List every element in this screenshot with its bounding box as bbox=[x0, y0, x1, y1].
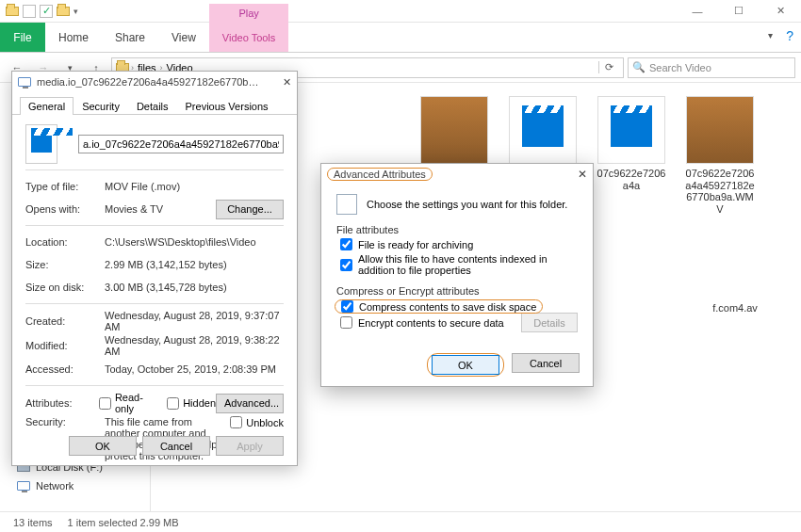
status-count: 13 items bbox=[13, 517, 53, 528]
share-tab[interactable]: Share bbox=[102, 23, 158, 52]
tab-general[interactable]: General bbox=[20, 97, 74, 115]
qat-button-3[interactable] bbox=[57, 7, 70, 16]
dialog-icon bbox=[18, 77, 31, 87]
size-value: 2.99 MB (3,142,152 bytes) bbox=[105, 259, 284, 270]
security-label: Security: bbox=[25, 416, 105, 427]
app-icon bbox=[6, 7, 19, 16]
attributes-label: Attributes: bbox=[25, 397, 99, 409]
close-icon[interactable]: ✕ bbox=[283, 76, 291, 89]
ok-button[interactable]: OK bbox=[432, 355, 499, 375]
title-bar: ✓ ▾ Video — ☐ ✕ bbox=[0, 0, 801, 23]
ok-button[interactable]: OK bbox=[69, 436, 137, 456]
video-icon bbox=[522, 113, 564, 147]
help-icon[interactable]: ? bbox=[786, 28, 793, 43]
status-bar: 13 items 1 item selected 2.99 MB bbox=[0, 511, 801, 532]
size-on-disk-value: 3.00 MB (3,145,728 bytes) bbox=[105, 282, 284, 293]
cancel-button[interactable]: Cancel bbox=[512, 353, 580, 373]
file-item[interactable]: 07c9622e7206a4a45927182e6770ba9a.WMV bbox=[684, 96, 756, 216]
file-type-icon bbox=[25, 124, 57, 164]
close-icon[interactable]: ✕ bbox=[578, 168, 587, 181]
checkbox-label: File is ready for archiving bbox=[358, 239, 473, 250]
checkbox-label: Compress contents to save disk space bbox=[359, 301, 536, 313]
group-file-attributes: File attributes bbox=[336, 224, 578, 235]
details-button[interactable]: Details bbox=[521, 313, 578, 332]
cancel-button[interactable]: Cancel bbox=[142, 436, 210, 456]
apply-button[interactable]: Apply bbox=[216, 436, 284, 456]
ribbon: File Home Share View Play Video Tools ▾ … bbox=[0, 23, 801, 53]
compress-checkbox[interactable]: Compress contents to save disk space bbox=[340, 299, 578, 314]
folder-settings-icon bbox=[336, 194, 357, 215]
modified-value: Wednesday, August 28, 2019, 9:38:22 AM bbox=[105, 334, 284, 357]
opens-with: Movies & TV bbox=[105, 203, 216, 215]
accessed-value: Today, October 25, 2019, 2:08:39 PM bbox=[105, 363, 284, 375]
video-tools-tab[interactable]: Play Video Tools bbox=[209, 23, 288, 52]
checkbox-label: Hidden bbox=[183, 397, 216, 409]
sidebar-item-network[interactable]: Network bbox=[17, 476, 150, 495]
unblock-checkbox[interactable]: Unblock bbox=[230, 416, 284, 428]
qat-dropdown-icon[interactable]: ▾ bbox=[74, 7, 78, 16]
dialog-lead: Choose the settings you want for this fo… bbox=[367, 199, 567, 210]
advanced-button[interactable]: Advanced... bbox=[216, 394, 284, 413]
location-value: C:\Users\WS\Desktop\files\Video bbox=[105, 236, 284, 248]
tab-details[interactable]: Details bbox=[128, 97, 177, 115]
file-item[interactable]: f.com4.av bbox=[699, 244, 771, 328]
properties-dialog: media.io_07c9622e7206a4a45927182e6770ba9… bbox=[11, 71, 298, 466]
file-label: f.com4.av bbox=[712, 302, 758, 314]
close-button[interactable]: ✕ bbox=[760, 0, 801, 23]
archive-checkbox[interactable]: File is ready for archiving bbox=[340, 238, 578, 250]
dialog-title: Advanced Attributes bbox=[327, 168, 433, 181]
checkbox-label: Unblock bbox=[246, 417, 284, 428]
status-selection: 1 item selected 2.99 MB bbox=[68, 517, 179, 528]
maximize-button[interactable]: ☐ bbox=[718, 0, 760, 23]
index-checkbox[interactable]: Allow this file to have contents indexed… bbox=[340, 253, 578, 276]
qat-button-1[interactable] bbox=[23, 5, 36, 18]
search-icon: 🔍 bbox=[632, 61, 646, 73]
file-label: 07c9622e7206a4a45927182e6770ba9a.WMV bbox=[684, 168, 756, 216]
sidebar-label: Network bbox=[36, 480, 74, 492]
search-input[interactable]: 🔍 Search Video bbox=[628, 57, 795, 78]
created-value: Wednesday, August 28, 2019, 9:37:07 AM bbox=[105, 310, 284, 332]
filename-input[interactable] bbox=[78, 135, 284, 153]
advanced-attributes-dialog: Advanced Attributes ✕ Choose the setting… bbox=[320, 163, 594, 387]
dialog-title: media.io_07c9622e7206a4a45927182e6770ba9… bbox=[37, 76, 263, 88]
video-icon bbox=[611, 113, 652, 147]
hidden-checkbox[interactable]: Hidden bbox=[167, 397, 216, 410]
checkbox-label: Encrypt contents to secure data bbox=[358, 317, 504, 329]
checkbox-label: Allow this file to have contents indexed… bbox=[358, 253, 578, 276]
readonly-checkbox[interactable]: Read-only bbox=[99, 392, 157, 414]
change-button[interactable]: Change... bbox=[216, 200, 284, 219]
checkbox-label: Read-only bbox=[115, 392, 157, 414]
ribbon-expand-icon[interactable]: ▾ bbox=[768, 30, 773, 40]
home-tab[interactable]: Home bbox=[45, 23, 102, 52]
minimize-button[interactable]: — bbox=[677, 0, 718, 23]
group-compress-encrypt: Compress or Encrypt attributes bbox=[336, 285, 578, 297]
qat-button-2[interactable]: ✓ bbox=[40, 5, 53, 18]
tab-security[interactable]: Security bbox=[74, 97, 128, 115]
file-tab[interactable]: File bbox=[0, 23, 45, 52]
property-tabs: General Security Details Previous Versio… bbox=[12, 92, 297, 115]
contextual-group-label: Play bbox=[209, 4, 288, 23]
search-placeholder: Search Video bbox=[649, 62, 711, 73]
view-tab[interactable]: View bbox=[158, 23, 209, 52]
file-label: 07c9622e7206a4a bbox=[596, 168, 667, 191]
file-item[interactable]: 07c9622e7206a4a bbox=[596, 96, 667, 216]
refresh-button[interactable]: ⟳ bbox=[598, 61, 619, 73]
type-of-file: MOV File (.mov) bbox=[105, 181, 284, 192]
contextual-tab-label: Video Tools bbox=[222, 32, 275, 43]
tab-previous-versions[interactable]: Previous Versions bbox=[177, 97, 277, 115]
network-icon bbox=[17, 481, 30, 491]
